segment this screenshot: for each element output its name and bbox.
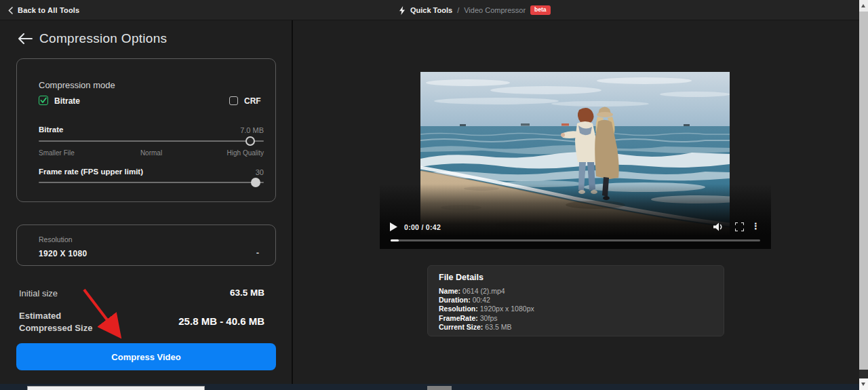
file-detail-resolution: Resolution:1920px x 1080px (439, 305, 717, 313)
beta-badge: beta (530, 5, 550, 15)
fps-slider-value: 30 (256, 168, 264, 176)
volume-icon[interactable] (713, 222, 724, 231)
progress-bar[interactable] (391, 239, 760, 241)
mode-options-row: Bitrate CRF (39, 96, 264, 106)
bitrate-slider-track[interactable] (39, 140, 264, 142)
resolution-label: Resolution (39, 235, 73, 243)
file-detail-current-size: Current Size:63.5 MB (439, 323, 717, 332)
initial-size-value: 63.5 MB (16, 288, 264, 298)
video-compressor-app: Back to All Tools Quick Tools / Video Co… (0, 0, 868, 390)
file-detail-name: Name:0614 (2).mp4 (439, 287, 717, 296)
panel-divider (292, 20, 293, 384)
crf-checkbox[interactable] (229, 96, 238, 105)
back-to-all-tools-link[interactable]: Back to All Tools (8, 0, 79, 20)
bitrate-slider-value: 7.0 MB (240, 126, 264, 134)
page-title-text: Compression Options (39, 31, 167, 46)
file-details-rows: Name:0614 (2).mp4 Duration:00:42 Resolut… (439, 287, 717, 332)
page-title: Compression Options (18, 31, 167, 46)
checkmark-icon (40, 97, 47, 104)
bitrate-option-label[interactable]: Bitrate (54, 96, 80, 106)
compression-mode-label: Compression mode (39, 80, 115, 90)
chevron-left-icon (8, 7, 13, 14)
video-player[interactable]: 0:00 / 0:42 ⋮ (380, 69, 771, 249)
scrollbar-thumb[interactable] (859, 12, 868, 370)
compress-video-button[interactable]: Compress Video (16, 343, 276, 370)
top-bar: Back to All Tools Quick Tools / Video Co… (0, 0, 859, 20)
time-display: 0:00 / 0:42 (404, 223, 441, 231)
fps-slider-track[interactable] (39, 182, 264, 183)
play-icon[interactable] (390, 222, 397, 231)
file-detail-duration: Duration:00:42 (439, 296, 717, 305)
bitrate-checkbox[interactable] (39, 96, 48, 105)
fullscreen-icon[interactable] (735, 222, 744, 231)
compression-mode-card: Compression mode Bitrate CRF Bitrate 7.0… (16, 58, 276, 202)
triangle-up-icon (861, 4, 865, 7)
tier-normal: Normal (140, 149, 162, 157)
bitrate-tier-labels: Smaller File Normal High Quality (39, 149, 264, 157)
breadcrumb: Quick Tools / Video Compressor beta (399, 0, 551, 20)
tier-high-quality: High Quality (227, 149, 264, 157)
scroll-up-button[interactable] (859, 0, 868, 12)
crf-option-label[interactable]: CRF (244, 96, 261, 106)
file-details-card: File Details Name:0614 (2).mp4 Duration:… (427, 265, 724, 336)
triangle-down-icon (861, 383, 865, 386)
lightning-bolt-icon (399, 6, 406, 15)
bitrate-slider-label: Bitrate (39, 125, 63, 134)
player-controls: 0:00 / 0:42 ⋮ (380, 219, 771, 235)
kebab-menu-icon[interactable]: ⋮ (751, 222, 760, 231)
bottom-partial-white-bar (27, 386, 205, 390)
file-detail-framerate: FrameRate:30fps (439, 314, 717, 323)
resolution-select-card[interactable]: Resolution 1920 X 1080 - (16, 225, 276, 266)
fps-slider-thumb[interactable] (251, 178, 260, 187)
resolution-dropdown-indicator[interactable]: - (256, 248, 259, 258)
breadcrumb-tool-name: Video Compressor (464, 6, 526, 14)
breadcrumb-separator: / (457, 6, 459, 14)
estimated-size-value: 25.8 MB - 40.6 MB (16, 315, 264, 327)
arrow-left-icon[interactable] (18, 33, 33, 44)
vertical-scrollbar[interactable] (859, 0, 868, 390)
progress-played (391, 239, 399, 241)
scroll-down-button[interactable] (859, 378, 868, 390)
fps-slider-label: Frame rate (FPS upper limit) (39, 168, 143, 176)
bottom-edge-strip (0, 384, 859, 390)
tier-smaller-file: Smaller File (39, 149, 75, 157)
bitrate-slider-thumb[interactable] (245, 136, 255, 146)
resolution-value: 1920 X 1080 (39, 249, 87, 258)
file-details-title: File Details (439, 273, 484, 282)
back-link-label: Back to All Tools (18, 6, 79, 14)
bottom-partial-gray-box (427, 386, 452, 390)
breadcrumb-quick-tools[interactable]: Quick Tools (410, 6, 452, 14)
